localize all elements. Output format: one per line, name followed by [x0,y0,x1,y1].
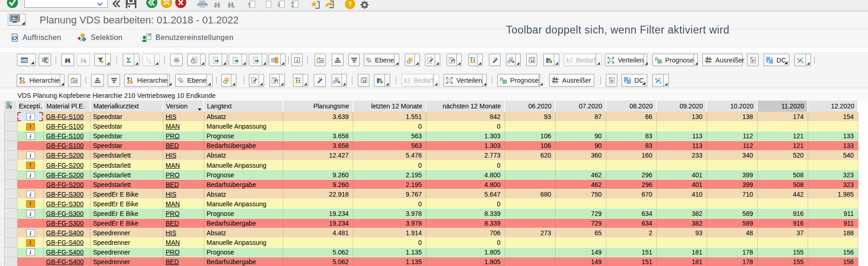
svg-text:.00: .00 [318,59,323,63]
svg-text:!: ! [454,58,455,63]
svg-text:a: a [655,77,657,81]
svg-text:Σ: Σ [149,59,151,64]
svg-text:?: ? [348,0,352,8]
svg-text:a: a [797,57,799,61]
svg-text:b: b [801,60,803,64]
svg-text:!: ! [276,79,278,84]
svg-text:.00: .00 [72,79,77,83]
svg-text:Σ: Σ [126,57,131,64]
svg-text:Σ: Σ [146,57,148,61]
svg-text:b: b [659,80,661,85]
svg-text:12: 12 [362,79,366,83]
svg-text:12: 12 [531,59,535,62]
